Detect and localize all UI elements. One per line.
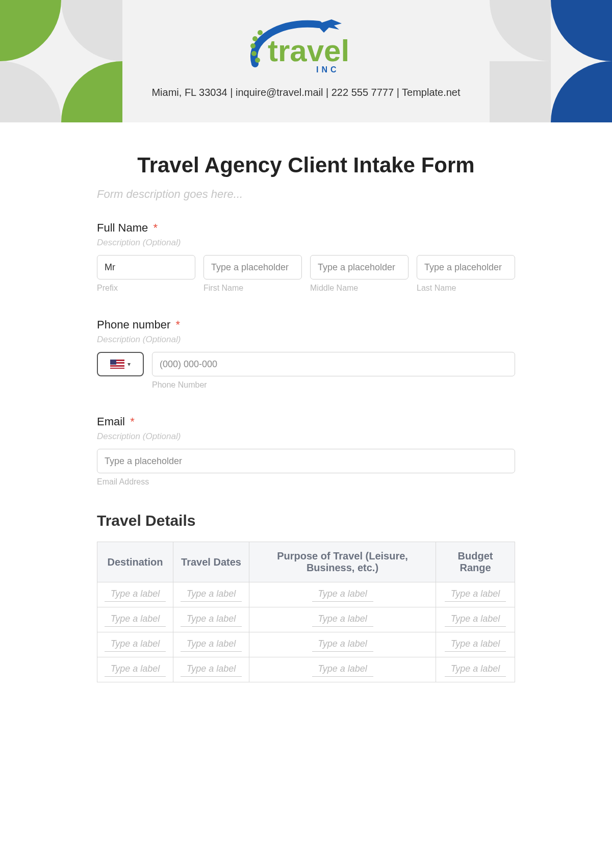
email-label-text: Email: [97, 415, 125, 428]
table-cell[interactable]: Type a label: [436, 607, 515, 632]
cell-placeholder[interactable]: Type a label: [105, 588, 166, 602]
svg-point-1: [251, 51, 257, 56]
first-name-input[interactable]: [203, 255, 302, 279]
last-name-input[interactable]: [417, 255, 515, 279]
decor-right: [490, 0, 612, 122]
svg-text:INC: INC: [316, 65, 340, 74]
required-star-icon: *: [130, 415, 135, 428]
middle-name-sublabel: Middle Name: [310, 284, 409, 293]
email-desc[interactable]: Description (Optional): [97, 431, 515, 442]
first-name-sublabel: First Name: [203, 284, 302, 293]
table-row: Type a labelType a labelType a labelType…: [97, 632, 515, 657]
phone-sublabel: Phone Number: [152, 380, 515, 390]
table-cell[interactable]: Type a label: [436, 657, 515, 682]
cell-placeholder[interactable]: Type a label: [312, 637, 373, 652]
table-row: Type a labelType a labelType a labelType…: [97, 657, 515, 682]
table-cell[interactable]: Type a label: [97, 582, 173, 607]
cell-placeholder[interactable]: Type a label: [181, 612, 242, 627]
us-flag-icon: [110, 360, 124, 369]
cell-placeholder[interactable]: Type a label: [445, 662, 506, 677]
table-cell[interactable]: Type a label: [436, 582, 515, 607]
table-cell[interactable]: Type a label: [249, 607, 436, 632]
phone-input[interactable]: [152, 352, 515, 376]
email-input[interactable]: [97, 449, 515, 473]
header-banner: travel INC Miami, FL 33034 | inquire@tra…: [0, 0, 612, 122]
table-header-row: Destination Travel Dates Purpose of Trav…: [97, 542, 515, 582]
table-cell[interactable]: Type a label: [173, 632, 249, 657]
cell-placeholder[interactable]: Type a label: [445, 588, 506, 602]
cell-placeholder[interactable]: Type a label: [105, 637, 166, 652]
table-cell[interactable]: Type a label: [97, 657, 173, 682]
cell-placeholder[interactable]: Type a label: [181, 588, 242, 602]
table-cell[interactable]: Type a label: [436, 632, 515, 657]
cell-placeholder[interactable]: Type a label: [312, 588, 373, 602]
airplane-logo-icon: travel INC: [240, 15, 372, 76]
svg-text:travel: travel: [268, 34, 349, 68]
form-description[interactable]: Form description goes here...: [97, 188, 515, 201]
svg-point-3: [252, 36, 258, 41]
email-sublabel: Email Address: [97, 477, 515, 487]
col-destination: Destination: [97, 542, 173, 582]
table-row: Type a labelType a labelType a labelType…: [97, 607, 515, 632]
table-cell[interactable]: Type a label: [249, 582, 436, 607]
phone-label-text: Phone number: [97, 318, 170, 331]
table-cell[interactable]: Type a label: [173, 657, 249, 682]
cell-placeholder[interactable]: Type a label: [445, 637, 506, 652]
table-cell[interactable]: Type a label: [97, 607, 173, 632]
form-title: Travel Agency Client Intake Form: [97, 153, 515, 177]
header-contact-line: Miami, FL 33034 | inquire@travel.mail | …: [151, 87, 460, 98]
table-cell[interactable]: Type a label: [249, 632, 436, 657]
email-label: Email *: [97, 415, 515, 428]
chevron-down-icon: ▾: [128, 361, 131, 368]
table-row: Type a labelType a labelType a labelType…: [97, 582, 515, 607]
full-name-group: Full Name * Description (Optional) Prefi…: [97, 221, 515, 293]
svg-point-4: [258, 30, 263, 35]
full-name-desc[interactable]: Description (Optional): [97, 238, 515, 248]
cell-placeholder[interactable]: Type a label: [105, 612, 166, 627]
full-name-label: Full Name *: [97, 221, 515, 235]
prefix-sublabel: Prefix: [97, 284, 195, 293]
required-star-icon: *: [153, 221, 158, 234]
cell-placeholder[interactable]: Type a label: [181, 662, 242, 677]
col-purpose: Purpose of Travel (Leisure, Business, et…: [249, 542, 436, 582]
last-name-sublabel: Last Name: [417, 284, 515, 293]
travel-details-heading: Travel Details: [97, 512, 515, 529]
email-group: Email * Description (Optional) Email Add…: [97, 415, 515, 487]
brand-logo: travel INC: [240, 15, 372, 79]
cell-placeholder[interactable]: Type a label: [181, 637, 242, 652]
phone-desc[interactable]: Description (Optional): [97, 335, 515, 345]
svg-point-0: [255, 58, 260, 63]
cell-placeholder[interactable]: Type a label: [105, 662, 166, 677]
table-cell[interactable]: Type a label: [249, 657, 436, 682]
prefix-input[interactable]: [97, 255, 195, 279]
full-name-label-text: Full Name: [97, 221, 148, 234]
table-cell[interactable]: Type a label: [97, 632, 173, 657]
phone-label: Phone number *: [97, 318, 515, 331]
table-cell[interactable]: Type a label: [173, 607, 249, 632]
table-cell[interactable]: Type a label: [173, 582, 249, 607]
required-star-icon: *: [175, 318, 180, 331]
cell-placeholder[interactable]: Type a label: [312, 612, 373, 627]
travel-details-table: Destination Travel Dates Purpose of Trav…: [97, 542, 515, 682]
svg-point-2: [250, 43, 256, 48]
cell-placeholder[interactable]: Type a label: [445, 612, 506, 627]
middle-name-input[interactable]: [310, 255, 409, 279]
phone-group: Phone number * Description (Optional) ▾ …: [97, 318, 515, 390]
col-budget: Budget Range: [436, 542, 515, 582]
cell-placeholder[interactable]: Type a label: [312, 662, 373, 677]
country-code-select[interactable]: ▾: [97, 352, 144, 376]
form-content: Travel Agency Client Intake Form Form de…: [87, 153, 525, 682]
col-travel-dates: Travel Dates: [173, 542, 249, 582]
decor-left: [0, 0, 122, 122]
